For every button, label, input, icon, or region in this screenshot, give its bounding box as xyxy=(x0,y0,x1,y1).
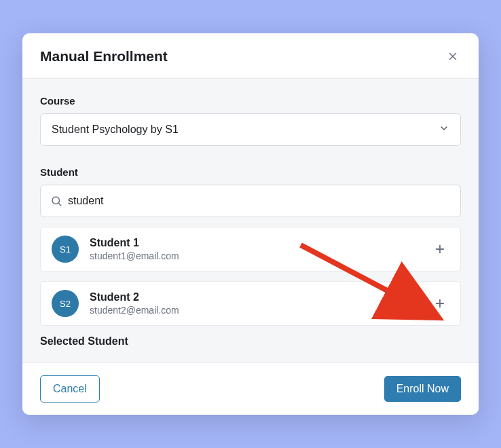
svg-point-2 xyxy=(52,197,60,204)
modal-header: Manual Enrollment xyxy=(22,33,479,79)
course-select[interactable]: Student Psychology by S1 xyxy=(40,113,461,146)
student-email: student2@email.com xyxy=(90,304,430,316)
student-row: S1 Student 1 student1@email.com xyxy=(40,227,461,272)
plus-icon xyxy=(434,243,446,255)
close-icon xyxy=(447,50,459,62)
cancel-button[interactable]: Cancel xyxy=(40,375,100,403)
enroll-button[interactable]: Enroll Now xyxy=(384,376,461,402)
course-label: Course xyxy=(40,95,461,107)
close-button[interactable] xyxy=(445,48,461,64)
student-info: Student 2 student2@email.com xyxy=(90,291,430,317)
search-icon xyxy=(50,195,62,207)
modal-body: Course Student Psychology by S1 Student xyxy=(22,79,479,362)
student-name: Student 2 xyxy=(90,291,430,305)
student-search-input[interactable] xyxy=(68,195,451,207)
student-label: Student xyxy=(40,166,461,178)
plus-icon xyxy=(434,297,446,310)
avatar: S2 xyxy=(52,290,79,317)
student-email: student1@email.com xyxy=(90,250,430,262)
student-search-wrap xyxy=(40,185,461,217)
selected-student-heading: Selected Student xyxy=(40,335,461,348)
add-student-button[interactable] xyxy=(430,240,449,259)
add-student-button[interactable] xyxy=(430,294,449,313)
course-select-value: Student Psychology by S1 xyxy=(52,124,439,136)
chevron-down-icon xyxy=(439,123,449,136)
manual-enrollment-modal: Manual Enrollment Course Student Psychol… xyxy=(22,33,479,415)
student-name: Student 1 xyxy=(90,236,430,250)
svg-line-3 xyxy=(58,203,60,205)
modal-footer: Cancel Enroll Now xyxy=(22,362,479,415)
student-row: S2 Student 2 student2@email.com xyxy=(40,281,461,326)
avatar: S1 xyxy=(52,236,79,263)
student-info: Student 1 student1@email.com xyxy=(90,236,430,263)
modal-title: Manual Enrollment xyxy=(40,48,168,64)
